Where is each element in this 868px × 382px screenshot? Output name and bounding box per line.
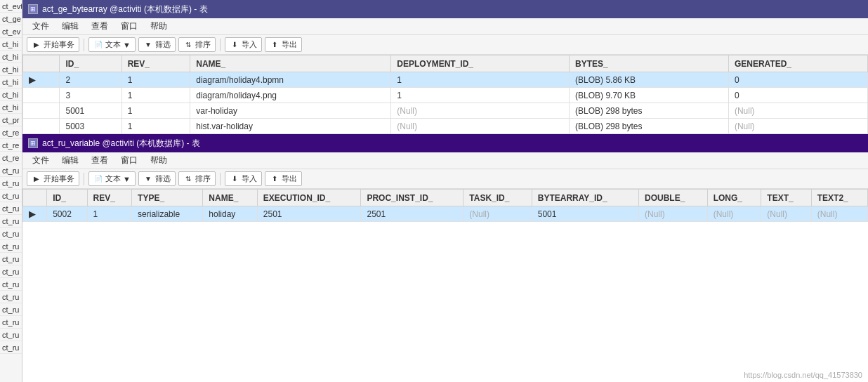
table1-icon: ⊞ <box>28 4 38 14</box>
cell-proc-inst-id: 2501 <box>361 206 463 222</box>
sidebar-item-23[interactable]: ct_ru <box>0 278 22 291</box>
table1-menu-file[interactable]: 文件 <box>27 19 55 34</box>
table2-filter-btn[interactable]: ▼ 筛选 <box>138 171 176 186</box>
sidebar-item-4[interactable]: ct_hi <box>0 38 22 51</box>
table2-menu-help[interactable]: 帮助 <box>145 153 173 168</box>
table2-export-btn[interactable]: ⬆ 导出 <box>265 171 302 186</box>
cell-id: 5001 <box>60 103 121 119</box>
row-indicator: ▶ <box>23 72 60 88</box>
sidebar-item-25[interactable]: ct_ru <box>0 303 22 316</box>
table2-menu-window[interactable]: 窗口 <box>115 153 143 168</box>
table2-menu-view[interactable]: 查看 <box>86 153 114 168</box>
table2-menu-file[interactable]: 文件 <box>27 153 55 168</box>
sidebar-item-2[interactable]: ct_ge <box>0 13 22 25</box>
table1-sort-btn[interactable]: ⇅ 排序 <box>178 37 216 52</box>
table1-menu-window[interactable]: 窗口 <box>115 19 143 34</box>
table1-col-bytes[interactable]: BYTES_ <box>570 55 729 72</box>
cell-long: (Null) <box>707 206 761 222</box>
sidebar-item-3[interactable]: ct_ev <box>0 25 22 38</box>
table2-col-long[interactable]: LONG_ <box>707 190 761 206</box>
table1-filter-btn[interactable]: ▼ 筛选 <box>138 37 176 52</box>
table2-col-text2[interactable]: TEXT2_ <box>811 190 867 206</box>
cell-bytearray-id: 5001 <box>532 206 638 222</box>
table2-col-type[interactable]: TYPE_ <box>132 190 203 206</box>
table1-col-rev[interactable]: REV_ <box>121 55 190 72</box>
table2-col-text[interactable]: TEXT_ <box>761 190 811 206</box>
table1-text-btn[interactable]: 📄 文本 ▼ <box>88 37 136 52</box>
table1-menu-edit[interactable]: 编辑 <box>56 19 84 34</box>
export-icon: ⬆ <box>270 40 280 50</box>
table1-col-generated[interactable]: GENERATED_ <box>728 55 867 72</box>
table1-title: act_ge_bytearray @activiti (本机数据库) - 表 <box>42 4 208 15</box>
sidebar-item-16[interactable]: ct_ru <box>0 190 22 202</box>
watermark: https://blog.csdn.net/qq_41573830 <box>744 371 862 379</box>
table2-col-rev[interactable]: REV_ <box>87 190 132 206</box>
table1-col-id[interactable]: ID_ <box>60 55 121 72</box>
table2-title-bar: ⊞ act_ru_variable @activiti (本机数据库) - 表 <box>22 134 868 152</box>
table2-import-btn[interactable]: ⬇ 导入 <box>225 171 262 186</box>
row-indicator <box>23 103 60 119</box>
table2-text-btn[interactable]: 📄 文本 ▼ <box>88 171 136 186</box>
cell-text: (Null) <box>761 206 811 222</box>
sidebar-item-17[interactable]: ct_ru <box>0 202 22 215</box>
table1-menu-view[interactable]: 查看 <box>86 19 114 34</box>
sidebar-item-15[interactable]: ct_ru <box>0 177 22 190</box>
table-row[interactable]: 50031hist.var-holiday(Null)(BLOB) 298 by… <box>23 119 868 134</box>
table-row[interactable]: ▶21diagram/holiday4.bpmn1(BLOB) 5.86 KB0 <box>23 72 868 88</box>
table2-col-proc-inst-id[interactable]: PROC_INST_ID_ <box>361 190 463 206</box>
cell-task-id: (Null) <box>463 206 532 222</box>
cell-generated: 0 <box>728 72 867 88</box>
table1-table: ID_ REV_ NAME_ DEPLOYMENT_ID_ BYTES_ GEN… <box>22 55 868 134</box>
sidebar-item-7[interactable]: ct_hi <box>0 76 22 88</box>
sidebar-item-1[interactable]: ct_evt <box>0 0 22 13</box>
sidebar-item-11[interactable]: ct_re <box>0 126 22 139</box>
table1-import-btn[interactable]: ⬇ 导入 <box>225 37 262 52</box>
sidebar-item-22[interactable]: ct_ru <box>0 265 22 278</box>
sidebar-item-8[interactable]: ct_hi <box>0 88 22 101</box>
sidebar-item-27[interactable]: ct_ru <box>0 329 22 341</box>
sidebar-item-18[interactable]: ct_ru <box>0 215 22 228</box>
table2-text-dropdown-icon: ▼ <box>123 175 131 183</box>
sidebar-item-5[interactable]: ct_hi <box>0 51 22 63</box>
sidebar-item-10[interactable]: ct_pr <box>0 114 22 126</box>
table1-start-transaction-btn[interactable]: ▶ 开始事务 <box>27 37 79 52</box>
sidebar-item-14[interactable]: ct_ru <box>0 164 22 177</box>
table2-col-id[interactable]: ID_ <box>47 190 87 206</box>
table2-menu-edit[interactable]: 编辑 <box>56 153 84 168</box>
cell-name: diagram/holiday4.bpmn <box>190 72 391 88</box>
table1-col-name[interactable]: NAME_ <box>190 55 391 72</box>
sidebar-item-20[interactable]: ct_ru <box>0 240 22 253</box>
table2-toolbar-sep-1 <box>84 173 84 185</box>
table-row[interactable]: 31diagram/holiday4.png1(BLOB) 9.70 KB0 <box>23 88 868 103</box>
cell-text2: (Null) <box>811 206 867 222</box>
table2-col-double[interactable]: DOUBLE_ <box>639 190 708 206</box>
table1-menu-help[interactable]: 帮助 <box>145 19 173 34</box>
row-indicator <box>23 88 60 103</box>
table2-col-execution-id[interactable]: EXECUTION_ID_ <box>257 190 361 206</box>
text-icon: 📄 <box>93 40 103 50</box>
cell-id: 5003 <box>60 119 121 134</box>
table2-filter-icon: ▼ <box>143 174 153 184</box>
cell-bytes: (BLOB) 5.86 KB <box>570 72 729 88</box>
table1-col-deployment-id[interactable]: DEPLOYMENT_ID_ <box>391 55 570 72</box>
sidebar-item-26[interactable]: ct_ru <box>0 316 22 329</box>
toolbar-sep-1 <box>84 39 84 51</box>
table1-toolbar: ▶ 开始事务 📄 文本 ▼ ▼ 筛选 ⇅ 排序 ⬇ 导入 <box>22 35 868 55</box>
sidebar-item-12[interactable]: ct_re <box>0 139 22 152</box>
table2-start-transaction-btn[interactable]: ▶ 开始事务 <box>27 171 79 186</box>
sidebar-item-24[interactable]: ct_ru <box>0 291 22 303</box>
table1-export-btn[interactable]: ⬆ 导出 <box>265 37 302 52</box>
sidebar-item-6[interactable]: ct_hi <box>0 63 22 76</box>
sidebar-item-13[interactable]: ct_re <box>0 152 22 164</box>
table2-col-name[interactable]: NAME_ <box>203 190 258 206</box>
table2-sort-btn[interactable]: ⇅ 排序 <box>178 171 216 186</box>
table-row[interactable]: 50011var-holiday(Null)(BLOB) 298 bytes(N… <box>23 103 868 119</box>
table-row[interactable]: ▶50021serializableholiday25012501(Null)5… <box>23 206 868 222</box>
cell-generated: 0 <box>728 88 867 103</box>
table2-col-task-id[interactable]: TASK_ID_ <box>463 190 532 206</box>
sidebar-item-19[interactable]: ct_ru <box>0 228 22 240</box>
sidebar-item-28[interactable]: ct_ru <box>0 341 22 354</box>
sidebar-item-9[interactable]: ct_hi <box>0 101 22 114</box>
table2-col-bytearray-id[interactable]: BYTEARRAY_ID_ <box>532 190 638 206</box>
sidebar-item-21[interactable]: ct_ru <box>0 253 22 265</box>
